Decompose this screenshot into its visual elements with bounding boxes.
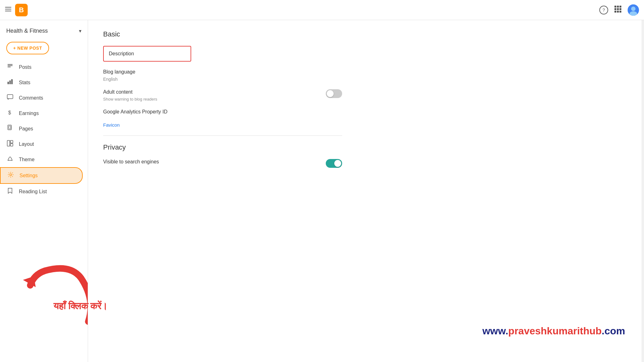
sidebar-item-reading-list[interactable]: Reading List [0, 184, 83, 199]
svg-rect-16 [8, 65, 13, 66]
svg-rect-4 [617, 6, 619, 8]
svg-rect-6 [614, 8, 616, 10]
comments-icon [6, 94, 14, 102]
adult-content-toggle[interactable] [326, 89, 342, 98]
svg-rect-7 [617, 8, 619, 10]
sidebar-item-theme[interactable]: Theme [0, 152, 83, 167]
visible-search-label: Visible to search engines [103, 159, 326, 165]
svg-rect-9 [614, 11, 616, 13]
visible-search-row: Visible to search engines [103, 159, 342, 168]
adult-content-label: Adult content [103, 89, 326, 95]
visible-search-slider [326, 159, 342, 168]
blog-name: Health & Fitness [6, 28, 48, 34]
apps-grid-icon[interactable] [614, 6, 621, 14]
section-divider [103, 135, 342, 136]
privacy-section: Privacy Visible to search engines [103, 143, 629, 168]
adult-content-desc: Show warning to blog readers [103, 97, 326, 101]
layout-label: Layout [19, 141, 34, 147]
pages-icon [6, 125, 14, 133]
description-wrapper: Description [103, 46, 629, 62]
dropdown-arrow-icon: ▾ [79, 28, 81, 34]
watermark: www.praveshkumarithub.com [482, 325, 625, 337]
settings-label: Settings [19, 173, 38, 178]
svg-rect-15 [8, 64, 13, 65]
sidebar: Health & Fitness ▾ + NEW POST Posts [0, 20, 88, 362]
svg-rect-27 [10, 144, 13, 146]
svg-rect-25 [7, 140, 10, 146]
svg-rect-11 [619, 11, 621, 13]
right-scrollbar[interactable] [641, 0, 644, 362]
sidebar-item-layout[interactable]: Layout [0, 136, 83, 152]
sidebar-item-posts[interactable]: Posts [0, 59, 83, 75]
header-left: B [5, 4, 28, 16]
google-analytics-setting: Google Analytics Property ID [103, 109, 629, 115]
header-right: ? [599, 4, 639, 16]
blogger-logo[interactable]: B [15, 4, 28, 16]
posts-label: Posts [19, 64, 31, 70]
watermark-www: www. [482, 325, 508, 337]
arrow-annotation [16, 241, 88, 331]
visible-search-left: Visible to search engines [103, 159, 326, 167]
svg-point-13 [631, 7, 636, 11]
user-avatar[interactable] [628, 4, 639, 16]
blog-language-value: English [103, 77, 629, 82]
hamburger-icon[interactable] [5, 6, 11, 14]
pages-label: Pages [19, 126, 33, 132]
settings-icon [7, 172, 14, 179]
svg-point-28 [10, 174, 12, 176]
svg-rect-3 [614, 6, 616, 8]
favicon-setting: Favicon [103, 122, 629, 128]
reading-list-icon [6, 188, 14, 195]
svg-rect-10 [617, 11, 619, 13]
svg-rect-20 [11, 79, 13, 84]
svg-text:$: $ [8, 110, 11, 115]
svg-rect-26 [10, 140, 13, 143]
adult-content-row: Adult content Show warning to blog reade… [103, 89, 342, 101]
sidebar-item-pages[interactable]: Pages [0, 121, 83, 136]
theme-icon [6, 156, 14, 163]
earnings-icon: $ [6, 109, 14, 117]
layout-icon [6, 140, 14, 148]
theme-label: Theme [19, 157, 35, 162]
sidebar-item-comments[interactable]: Comments [0, 90, 83, 106]
settings-content: Basic Title Description Blog language En… [88, 20, 644, 362]
privacy-section-title: Privacy [103, 143, 629, 151]
svg-rect-1 [5, 9, 11, 9]
stats-icon [6, 79, 14, 86]
svg-rect-0 [5, 7, 11, 8]
svg-rect-21 [7, 95, 13, 99]
help-icon[interactable]: ? [599, 6, 608, 14]
svg-rect-2 [5, 11, 11, 11]
sidebar-item-earnings[interactable]: $ Earnings [0, 106, 83, 121]
description-box[interactable]: Description [103, 46, 191, 62]
blog-language-setting: Blog language English [103, 69, 629, 82]
earnings-label: Earnings [19, 111, 39, 116]
visible-search-toggle[interactable] [326, 159, 342, 168]
sidebar-item-stats[interactable]: Stats [0, 75, 83, 90]
watermark-domain: praveshkumarithub [508, 325, 602, 337]
adult-content-slider [326, 89, 342, 98]
svg-rect-8 [619, 8, 621, 10]
favicon-link[interactable]: Favicon [103, 122, 120, 128]
comments-label: Comments [19, 95, 43, 101]
svg-rect-17 [8, 67, 11, 67]
adult-content-left: Adult content Show warning to blog reade… [103, 89, 326, 101]
app-header: B ? [0, 0, 644, 20]
stats-label: Stats [19, 80, 30, 85]
main-container: Health & Fitness ▾ + NEW POST Posts [0, 20, 644, 362]
basic-section-title: Basic [103, 30, 629, 38]
sidebar-item-settings[interactable]: Settings [0, 167, 83, 184]
blog-selector[interactable]: Health & Fitness ▾ [0, 25, 88, 39]
svg-rect-24 [9, 126, 11, 129]
google-analytics-label: Google Analytics Property ID [103, 109, 629, 115]
svg-rect-18 [8, 82, 9, 84]
watermark-tld: .com [602, 325, 625, 337]
new-post-button[interactable]: + NEW POST [6, 42, 49, 54]
svg-rect-5 [619, 6, 621, 8]
blog-language-label: Blog language [103, 69, 629, 75]
click-here-text: यहाँ क्लिक करें। [88, 301, 108, 312]
reading-list-label: Reading List [19, 189, 47, 195]
svg-rect-19 [9, 80, 11, 84]
posts-icon [6, 63, 14, 71]
